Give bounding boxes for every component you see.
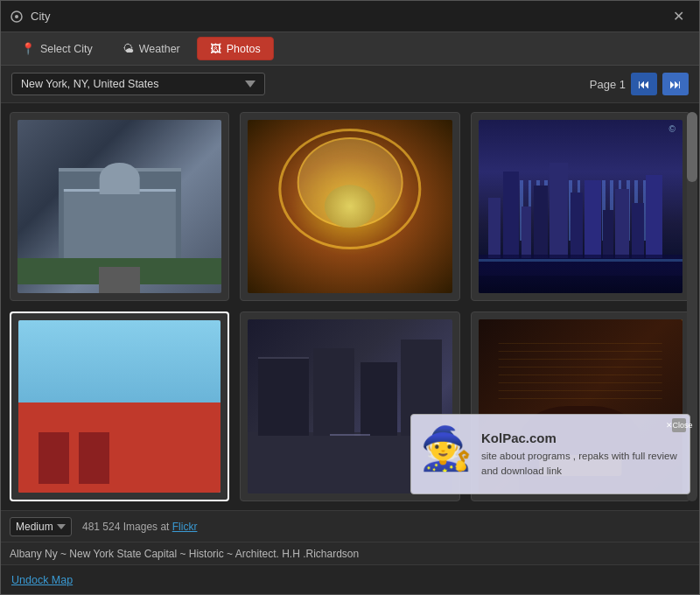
photo-cell-4[interactable] xyxy=(10,312,229,502)
status-bar: Small Medium Large 481 524 Images at Fli… xyxy=(1,510,699,542)
wizard-icon: 🧙 xyxy=(420,424,472,485)
size-select[interactable]: Small Medium Large xyxy=(10,517,72,536)
photo-cell-3[interactable]: © xyxy=(471,112,690,301)
tab-bar: 📍 Select City 🌤 Weather 🖼 Photos xyxy=(1,32,699,66)
select-city-icon: 📍 xyxy=(21,42,35,55)
window-title: City xyxy=(31,10,666,23)
photo-image-1 xyxy=(18,120,221,293)
flickr-link[interactable]: Flickr xyxy=(172,521,198,533)
toolbar: New York, NY, United States Page 1 ⏮ ⏭ xyxy=(1,66,699,103)
watermark-overlay: ✕ Close 🧙 KolPac.com site about programs… xyxy=(410,414,690,494)
photo-image-3: © xyxy=(479,120,682,293)
app-icon xyxy=(10,10,24,24)
photo-image-2 xyxy=(248,120,452,293)
tab-photos[interactable]: 🖼 Photos xyxy=(197,37,274,60)
undock-map-link[interactable]: Undock Map xyxy=(11,574,73,586)
photo-cell-2[interactable] xyxy=(240,112,459,301)
close-button[interactable]: ✕ xyxy=(666,4,690,29)
photo-caption: Albany Ny ~ New York State Capital ~ His… xyxy=(10,548,359,560)
pagination: Page 1 ⏮ ⏭ xyxy=(590,73,689,95)
watermark-description: site about programs , repaks with full r… xyxy=(481,449,677,477)
weather-icon: 🌤 xyxy=(122,42,134,55)
next-page-button[interactable]: ⏭ xyxy=(662,73,689,95)
close-icon: ✕ xyxy=(666,421,673,430)
page-label: Page 1 xyxy=(590,78,626,91)
tab-select-city-label: Select City xyxy=(40,43,93,55)
tab-weather-label: Weather xyxy=(139,43,180,55)
app-window: City ✕ 📍 Select City 🌤 Weather 🖼 Photos … xyxy=(0,0,700,595)
watermark-site: KolPac.com xyxy=(481,430,677,445)
svg-point-1 xyxy=(15,15,18,18)
watermark-close-button[interactable]: ✕ Close xyxy=(672,418,686,432)
photos-icon: 🖼 xyxy=(210,42,221,55)
title-bar: City ✕ xyxy=(1,1,699,32)
close-label: Close xyxy=(673,421,693,430)
image-count: 481 524 Images at Flickr xyxy=(82,521,690,533)
tab-select-city[interactable]: 📍 Select City xyxy=(8,37,106,60)
tab-photos-label: Photos xyxy=(227,43,261,55)
tab-weather[interactable]: 🌤 Weather xyxy=(109,37,193,60)
scrollbar-thumb[interactable] xyxy=(687,112,697,182)
city-select[interactable]: New York, NY, United States xyxy=(11,73,265,95)
first-page-button[interactable]: ⏮ xyxy=(631,73,657,95)
photo-image-4 xyxy=(18,320,220,494)
photo-cell-1[interactable] xyxy=(10,112,229,301)
bottom-bar: Undock Map xyxy=(1,564,699,594)
watermark-text: KolPac.com site about programs , repaks … xyxy=(481,430,677,477)
